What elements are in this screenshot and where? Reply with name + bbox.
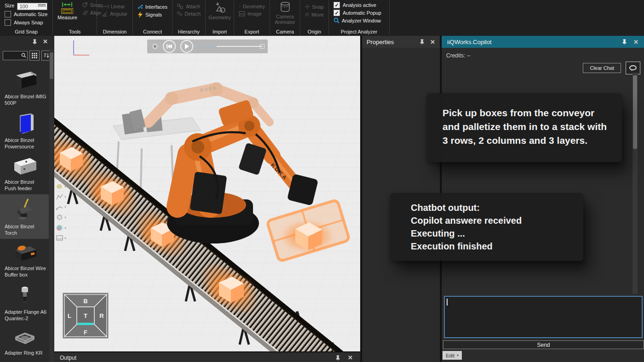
signals-button[interactable]: Signals bbox=[138, 11, 167, 18]
library-item-wire-buffer-box[interactable]: Abicor Binzel Wire Buffer box bbox=[0, 239, 49, 281]
origin-move-button[interactable]: Move bbox=[305, 11, 324, 17]
camera-animator-button[interactable]: Camera Animator bbox=[275, 2, 295, 25]
detach-button[interactable]: Detach bbox=[177, 11, 201, 17]
angular-dimension-button[interactable]: Angular bbox=[102, 11, 128, 17]
playback-settings-gear-icon[interactable] bbox=[152, 43, 158, 50]
selection-tool-button[interactable]: ▾ bbox=[56, 184, 66, 190]
analyzer-window-button[interactable]: Analyzer Window bbox=[334, 17, 385, 23]
gear-tool-icon bbox=[56, 214, 63, 221]
align-icon bbox=[82, 10, 88, 16]
text-caret bbox=[447, 299, 448, 305]
navcube-back-face[interactable]: B bbox=[83, 298, 87, 305]
group-label: Hierarchy bbox=[172, 29, 205, 34]
navcube-right-face[interactable]: R bbox=[99, 312, 104, 319]
simulation-speed-slider[interactable] bbox=[217, 46, 263, 47]
ruler-icon bbox=[61, 8, 73, 14]
checkbox-box: ✓ bbox=[334, 2, 340, 8]
library-item-powersource[interactable]: Abicor Binzel Powersource bbox=[0, 109, 49, 153]
pin-icon[interactable] bbox=[335, 355, 340, 361]
component-thumbnail bbox=[11, 198, 39, 221]
library-item-adapter-flange[interactable]: Adapter Flange A6 Quantec-2 bbox=[0, 281, 49, 324]
library-item-push-feeder[interactable]: Abicor Binzel Push feeder bbox=[0, 153, 49, 194]
size-label: Size bbox=[5, 3, 14, 8]
play-simulation-button[interactable] bbox=[180, 40, 193, 53]
path-tool-button[interactable]: ▾ bbox=[56, 204, 66, 210]
navcube-front-face[interactable]: F bbox=[84, 329, 87, 336]
attach-button[interactable]: Attach bbox=[177, 4, 201, 9]
ribbon-group-import: Geometry Import bbox=[206, 0, 234, 35]
signals-bolt-icon bbox=[138, 11, 143, 18]
always-snap-checkbox[interactable]: Always Snap bbox=[5, 19, 48, 26]
ribbon-toolbar: Size mm Automatic Size Always Snap Grid … bbox=[0, 0, 644, 37]
caret-down-icon: ▾ bbox=[457, 353, 459, 357]
sidebar-scrollbar[interactable] bbox=[49, 49, 54, 362]
send-button[interactable]: Send bbox=[443, 340, 644, 349]
search-input[interactable] bbox=[3, 51, 28, 60]
library-item-adapter-ring[interactable]: Adapter Ring KR bbox=[0, 324, 49, 359]
highlight-tool-icon bbox=[56, 184, 63, 190]
origin-snap-button[interactable]: Snap bbox=[305, 4, 324, 10]
render-mode-button[interactable]: ▾ bbox=[56, 225, 66, 231]
close-icon[interactable]: ✕ bbox=[43, 39, 48, 45]
edit-dropdown[interactable]: Edit ▾ bbox=[443, 351, 462, 360]
library-item-torch[interactable]: Abicor Binzel Torch bbox=[0, 194, 49, 239]
caret-down-icon: ▾ bbox=[64, 195, 66, 199]
ribbon-group-export: Geometry Image Export bbox=[234, 0, 270, 35]
3d-viewport[interactable]: KUKA bbox=[54, 36, 360, 351]
export-image-button[interactable]: Image bbox=[239, 11, 265, 17]
automatic-size-checkbox[interactable]: Automatic Size bbox=[5, 11, 48, 17]
close-icon[interactable]: ✕ bbox=[348, 355, 353, 361]
frame-tool-button[interactable]: ▾ bbox=[56, 235, 66, 241]
component-thumbnail bbox=[11, 328, 39, 347]
group-label: Import bbox=[206, 29, 234, 34]
export-geometry-icon bbox=[239, 4, 241, 9]
checkbox-box bbox=[5, 11, 11, 17]
automatic-popup-checkbox[interactable]: ✓ Automatic Popup bbox=[334, 10, 385, 16]
reset-simulation-button[interactable] bbox=[163, 40, 176, 53]
navcube-top-face[interactable]: T bbox=[84, 312, 87, 319]
pin-icon[interactable] bbox=[32, 39, 37, 45]
settings-tool-button[interactable]: ▾ bbox=[56, 214, 66, 221]
search-icon bbox=[21, 53, 26, 58]
simulation-speed-label: x 1.0 bbox=[198, 43, 212, 50]
ribbon-group-grid-snap: Size mm Automatic Size Always Snap Grid … bbox=[0, 0, 53, 35]
group-label: Camera bbox=[270, 29, 300, 34]
scrollbar-thumb[interactable] bbox=[633, 75, 637, 149]
analysis-active-checkbox[interactable]: ✓ Analysis active bbox=[334, 2, 385, 8]
linear-dimension-button[interactable]: Linear bbox=[102, 4, 128, 9]
view-navigation-cube[interactable]: B L T R F bbox=[63, 293, 109, 339]
ribbon-group-project-analyzer: ✓ Analysis active ✓ Automatic Popup Anal… bbox=[329, 0, 390, 35]
close-icon[interactable]: ✕ bbox=[633, 39, 638, 45]
measure-arrow-icon bbox=[62, 2, 73, 7]
component-thumbnail bbox=[11, 70, 39, 91]
component-thumbnail bbox=[11, 156, 39, 176]
ribbon-group-origin: Snap Move Origin bbox=[300, 0, 329, 35]
pin-icon[interactable] bbox=[420, 39, 425, 45]
chat-scrollbar[interactable] bbox=[632, 73, 638, 294]
rewind-icon bbox=[167, 44, 172, 49]
play-icon bbox=[184, 44, 189, 49]
export-geometry-button[interactable]: Geometry bbox=[239, 4, 265, 9]
navcube-left-face[interactable]: L bbox=[68, 312, 71, 319]
import-geometry-icon bbox=[214, 2, 226, 14]
pin-icon[interactable] bbox=[622, 39, 627, 45]
angular-icon bbox=[102, 11, 108, 17]
chat-input[interactable] bbox=[444, 296, 643, 338]
chat-message-bot: Chatbot output: Copilot answere received… bbox=[390, 193, 583, 261]
properties-panel-title: Properties bbox=[367, 39, 414, 45]
frame-tool-icon bbox=[56, 235, 63, 241]
grid-view-button[interactable] bbox=[29, 51, 40, 61]
group-label: Connect bbox=[133, 29, 172, 34]
checkbox-box bbox=[5, 19, 11, 26]
interfaces-button[interactable]: Interfaces bbox=[138, 4, 167, 10]
library-item-imig-500p[interactable]: Abicor Binzel iMIG 500P bbox=[0, 66, 49, 109]
chat-bubble-icon bbox=[629, 65, 637, 71]
curve-tool-button[interactable]: ▾ bbox=[56, 194, 66, 200]
caret-down-icon: ▾ bbox=[64, 236, 66, 240]
simulation-playback-bar: x 1.0 bbox=[147, 40, 268, 53]
clear-chat-button[interactable]: Clear Chat bbox=[583, 63, 621, 73]
close-icon[interactable]: ✕ bbox=[430, 39, 435, 45]
import-geometry-button[interactable]: Geometry bbox=[210, 2, 229, 20]
viewport-tool-strip: ▾ ▾ ▾ ▾ ▾ ▾ bbox=[56, 184, 66, 241]
measure-button[interactable]: Measure bbox=[58, 2, 77, 20]
